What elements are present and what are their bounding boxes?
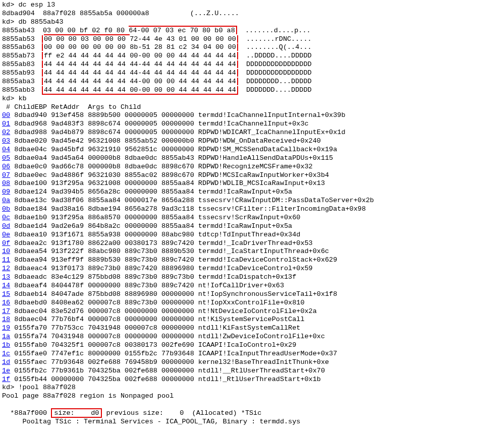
dc-output-row: 8dbad904 88a7f028 8855ab5a 000000a8 (...… (2, 10, 502, 18)
stack-frame-link[interactable]: 05 (2, 154, 10, 162)
stack-frame-link[interactable]: 08 (2, 179, 10, 187)
hex-addr: 8855ab73 (2, 52, 43, 60)
stack-frame-link[interactable]: 0b (2, 205, 10, 213)
stack-frame-text: 8dbae0c0 9ad66c78 000000b8 8dbae0dc 8898… (10, 163, 313, 170)
stack-row: 09 8dbae124 9ad394b5 8656a28c 00000000 8… (2, 188, 502, 197)
stack-frame-text: 8dbae184 9ad38a16 8dbae194 8656a278 9ad3… (10, 205, 366, 213)
stack-row: 04 8dbae04c 9ad45bfd 96321910 9562851c 0… (2, 146, 502, 154)
stack-row: 05 8dbae0a4 9ad45a64 000000b8 8dbae0dc 8… (2, 154, 502, 163)
hexdump-row: 8855abb3 44 44 44 44 44 44 44 00-00 00 0… (2, 86, 502, 95)
hexdump-row: 8855ab93 44 44 44 44 44 44 44 44-44 44 4… (2, 69, 502, 78)
stack-frame-text: 0155fb2c 77b9361b 704325ba 002fe688 0000… (10, 367, 325, 374)
stack-frame-link[interactable]: 10 (2, 247, 10, 255)
stack-frame-link[interactable]: 1a (2, 333, 10, 340)
stack-frame-link[interactable]: 0f (2, 239, 10, 247)
hex-bytes-highlight: 44 44 44 44 44 44 44 44-00 00 00 44 44 4… (42, 78, 238, 85)
hex-ascii: DDDDDDD....DDDDD (238, 86, 312, 94)
hexdump-row: 8855ab43 03 00 00 bf 02 f0 80 64-00 07 0… (2, 27, 502, 35)
stack-frame-text: 0155fae0 7747ef1c 80000000 0155fb2c 77b9… (10, 350, 337, 357)
stack-frame-text: 8dbaea94 913eff9f 8889b530 889c73b0 889c… (10, 256, 337, 264)
stack-frame-link[interactable]: 17 (2, 307, 10, 315)
stack-frame-text: 8dbaeaf4 8404478f 00000000 889c73b0 889c… (10, 282, 284, 289)
stack-frame-link[interactable]: 19 (2, 324, 10, 332)
stack-frame-text: 8dbad968 9ad483f3 8898c674 00000005 0000… (10, 120, 308, 128)
stack-frame-link[interactable]: 11 (2, 256, 10, 264)
stack-row: 12 8dbaeac4 913f0173 889c73b0 889c7420 8… (2, 265, 502, 273)
stack-frame-text: 8dbaec04 77b76bf4 000007c8 00000000 0000… (10, 316, 304, 323)
stack-frame-link[interactable]: 0d (2, 222, 10, 230)
stack-frame-text: 8dbaebd0 8408ea62 000007c8 889c73b0 0000… (10, 299, 304, 306)
stack-row: 15 8dbaeb14 84047ade 875bbd08 88896980 0… (2, 290, 502, 299)
stack-frame-text: 8dbae124 9ad394b5 8656a28c 00000000 8855… (10, 188, 292, 196)
stack-row: 0e 8dbaea10 913f1671 8855a938 00000000 8… (2, 231, 502, 239)
stack-row: 0d 8dbae1d4 9ad2e6a9 864b8a2c 00000000 8… (2, 222, 502, 231)
hex-addr: 8855aba3 (2, 78, 43, 86)
stack-frame-text: 8dbae0a4 9ad45a64 000000b8 8dbae0dc 8855… (10, 154, 333, 162)
stack-row: 1a 0155fa74 70431948 000007c8 00000000 0… (2, 333, 502, 341)
pool-size-highlight: size: d0 (51, 408, 102, 418)
stack-frame-link[interactable]: 04 (2, 146, 10, 153)
stack-frame-text: 8dbae0ec 9ad4886f 96321030 8855ac02 8898… (10, 171, 329, 179)
stack-frame-text: 8dbae1b0 913f295a 886a8570 00000000 8855… (10, 214, 300, 221)
cmd-pool: kd> !pool 88a7f028 (2, 384, 502, 392)
stack-frame-link[interactable]: 06 (2, 163, 10, 170)
stack-frame-link[interactable]: 16 (2, 299, 10, 306)
hexdump-row: 8855ab73 ff e2 44 44 44 44 44 00-00 00 0… (2, 52, 502, 60)
stack-frame-link[interactable]: 1e (2, 367, 10, 374)
stack-row: 06 8dbae0c0 9ad66c78 000000b8 8dbae0dc 8… (2, 163, 502, 171)
stack-frame-link[interactable]: 02 (2, 129, 10, 136)
stack-frame-link[interactable]: 0c (2, 214, 10, 221)
hex-addr: 8855ab93 (2, 69, 43, 78)
cmd-db: kd> db 8855ab43 (2, 18, 502, 27)
stack-frame-link[interactable]: 15 (2, 290, 10, 298)
stack-frame-link[interactable]: 1c (2, 350, 10, 357)
stack-frame-link[interactable]: 00 (2, 111, 10, 119)
stack-frame-link[interactable]: 1d (2, 358, 10, 366)
hex-ascii: DDDDDDDDDDDDDDDD (238, 60, 312, 68)
hex-addr: 8855abb3 (2, 86, 43, 95)
stack-frame-link[interactable]: 13 (2, 273, 10, 281)
stack-row: 0c 8dbae1b0 913f295a 886a8570 00000000 8… (2, 214, 502, 222)
stack-frame-text: 0155fb44 00000000 704325ba 002fe688 0000… (10, 375, 321, 383)
stack-frame-text: 8dbad988 9ad4b879 8898c674 00000005 0000… (10, 129, 345, 136)
stack-frame-link[interactable]: 1f (2, 375, 10, 383)
stack-header: # ChildEBP RetAddr Args to Child (2, 103, 502, 112)
stack-frame-text: 8dbaeb14 84047ade 875bbd08 88896980 0000… (10, 290, 337, 298)
hex-bytes-highlight: 00 00 00 00 00 00 00 8b-51 28 81 c2 34 0… (42, 43, 238, 51)
stack-frame-link[interactable]: 14 (2, 282, 10, 289)
stack-frame-link[interactable]: 0a (2, 197, 10, 204)
stack-row: 14 8dbaeaf4 8404478f 00000000 889c73b0 8… (2, 282, 502, 290)
stack-frame-text: 8dbad940 913ef458 8889b500 00000005 0000… (10, 111, 345, 119)
hex-bytes-highlight: 64-00 07 03 ec 70 80 b0 a8 (129, 26, 237, 34)
stack-frame-link[interactable]: 09 (2, 188, 10, 196)
stack-frame-text: 8dbaeac4 913f0173 889c73b0 889c7420 8889… (10, 265, 313, 272)
stack-frame-link[interactable]: 18 (2, 316, 10, 323)
stack-frame-text: 8dbaec04 83e52d76 000007c8 00000000 0000… (10, 307, 317, 315)
stack-row: 08 8dbae100 913f295a 96321008 00000000 8… (2, 179, 502, 188)
stack-row: 1b 0155fab0 704325f1 000007c8 00380173 0… (2, 341, 502, 350)
hex-addr: 8855ab53 (2, 35, 43, 44)
hex-bytes-highlight: 44 44 44 44 44 44 44 44-44 44 44 44 44 4… (42, 69, 238, 77)
pool-star-prefix: *88a7f000 (10, 409, 51, 417)
stack-row: 19 0155fa70 77b753cc 70431948 000007c8 0… (2, 324, 502, 333)
hex-bytes-highlight: 44 44 44 44 44 44 44 00-00 00 00 44 44 4… (42, 86, 238, 95)
stack-frame-link[interactable]: 01 (2, 120, 10, 128)
stack-frame-link[interactable]: 12 (2, 265, 10, 272)
stack-row: 18 8dbaec04 77b76bf4 000007c8 00000000 0… (2, 316, 502, 324)
stack-frame-link[interactable]: 07 (2, 171, 10, 179)
stack-frame-link[interactable]: 0e (2, 231, 10, 238)
stack-row: 01 8dbad968 9ad483f3 8898c674 00000005 0… (2, 120, 502, 129)
hex-ascii: DDDDDDDDDDDDDDDD (238, 69, 312, 77)
stack-frame-text: 8dbaeadc 83e4c129 875bbd08 889c73b0 889c… (10, 273, 296, 281)
stack-frame-text: 8dbae100 913f295a 96321008 00000000 8855… (10, 179, 325, 187)
hexdump-row: 8855ab83 44 44 44 44 44 44 44 44-44 44 4… (2, 60, 502, 69)
hex-ascii: DDDDDDDD...DDDDD (238, 78, 312, 85)
hex-bytes: 03 00 00 bf 02 f0 80 (43, 27, 129, 34)
pool-tag-line: Pooltag TSic : Terminal Services - ICA_P… (2, 418, 502, 426)
stack-row: 0a 8dbae13c 9ad38f06 8855aa84 0000017e 8… (2, 197, 502, 205)
stack-frame-link[interactable]: 1b (2, 341, 10, 349)
stack-frame-link[interactable]: 03 (2, 137, 10, 145)
hex-bytes-highlight: ff e2 44 44 44 44 44 00-00 00 00 44 44 4… (42, 52, 238, 59)
cmd-dc-esp: kd> dc esp l3 (2, 1, 502, 10)
stack-frame-text: 8dbae04c 9ad45bfd 96321910 9562851c 0000… (10, 146, 337, 153)
